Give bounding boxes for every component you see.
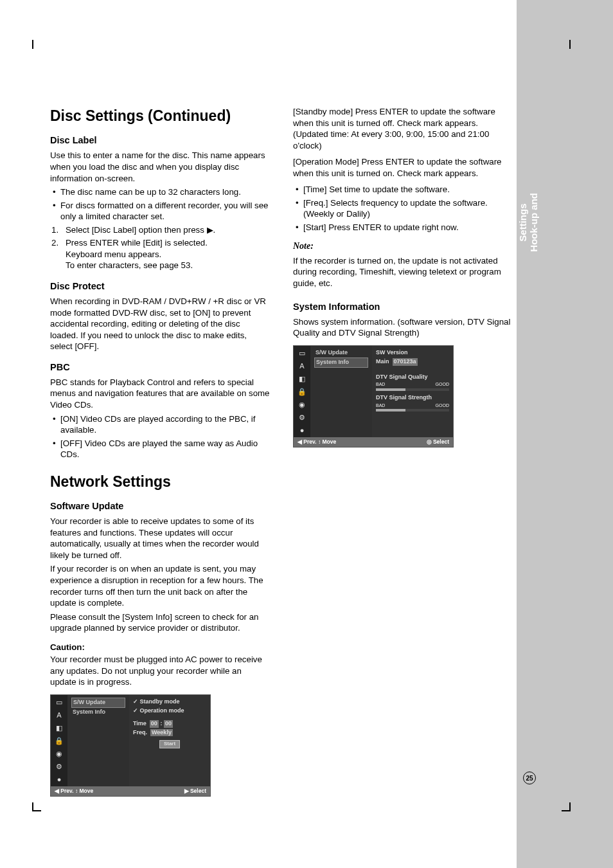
osd-value: Weekly: [150, 729, 173, 737]
pbc-intro: PBC stands for Playback Control and refe…: [50, 377, 270, 411]
list-item: Select [Disc Label] option then press ▶.: [50, 224, 270, 236]
osd-value: 00: [164, 720, 173, 728]
osd-option: ✓ Operation mode: [133, 707, 206, 716]
step-line: Keyboard menu appears.: [66, 249, 270, 260]
lock-icon: 🔒: [55, 736, 64, 745]
tv-icon: ▭: [298, 348, 306, 357]
disc-label-intro: Use this to enter a name for the disc. T…: [50, 150, 270, 184]
gear-icon: ⚙: [298, 413, 306, 422]
osd-footer-left: ◀ Prev. ↕ Move: [298, 439, 336, 446]
list-item: The disc name can be up to 32 characters…: [50, 186, 270, 198]
signal-strength-bar: [376, 409, 449, 411]
section-tab: Settings Hook-up and: [518, 193, 539, 252]
osd-menu-item: S/W Update: [71, 698, 125, 708]
osd-scale-min: BAD: [376, 381, 385, 387]
osd-menu-item: System Info: [314, 357, 368, 368]
osd-footer: ◀ Prev. ↕ Move ▶ Select: [51, 786, 210, 796]
left-column: Disc Settings (Continued) Disc Label Use…: [50, 106, 270, 803]
osd-right-panel: SW Version Main 070123a DTV Signal Quali…: [372, 346, 453, 437]
list-item: [Time] Set time to update the software.: [293, 184, 513, 195]
osd-row: Start: [133, 739, 206, 749]
list-item: Press ENTER while [Edit] is selected. Ke…: [50, 237, 270, 271]
list-item: [ON] Video CDs are played according to t…: [50, 413, 270, 436]
heading-software-update: Software Update: [50, 500, 270, 512]
heading-disc-protect: Disc Protect: [50, 280, 270, 293]
letter-a-icon: A: [55, 710, 64, 719]
disc-label-bullets: The disc name can be up to 32 characters…: [50, 186, 270, 222]
signal-quality-bar: [376, 388, 449, 391]
osd-start-button: Start: [159, 740, 180, 748]
gray-sidebar: [517, 0, 613, 868]
osd-right-panel: ✓ Standby mode ✓ Operation mode Time 00 …: [129, 695, 210, 786]
osd-menu-item: S/W Update: [314, 348, 368, 357]
disc-protect-body: When recording in DVD-RAM / DVD+RW / +R …: [50, 296, 270, 352]
section-tab-line2: Settings: [518, 193, 529, 252]
osd-row: Freq. Weekly: [133, 728, 206, 737]
crop-mark: [562, 802, 571, 811]
right-column: [Standby mode] Press ENTER to update the…: [293, 106, 513, 803]
caution-heading: Caution:: [50, 642, 270, 653]
osd-label: Time: [133, 720, 147, 727]
caution-body: Your recorder must be plugged into AC po…: [50, 654, 270, 688]
crop-mark: [32, 40, 41, 49]
osd-scale: BAD GOOD: [376, 381, 449, 387]
standby-mode-text: [Standby mode] Press ENTER to update the…: [293, 106, 513, 151]
step-line: To enter characters, see page 53.: [66, 260, 270, 271]
crop-mark: [562, 40, 571, 49]
osd-section-heading: DTV Signal Quality: [376, 373, 449, 382]
page-content: Disc Settings (Continued) Disc Label Use…: [50, 106, 513, 803]
osd-scale-max: GOOD: [436, 381, 449, 387]
osd-value: 00: [150, 720, 159, 728]
note-heading: Note:: [293, 240, 513, 252]
letter-a-icon: A: [298, 361, 306, 370]
heading-system-information: System Information: [293, 301, 513, 313]
note-body: If the recorder is turned on, the update…: [293, 255, 513, 289]
osd-label: Main: [376, 358, 389, 365]
heading-pbc: PBC: [50, 361, 270, 374]
sw-update-p1: Your recorder is able to receive updates…: [50, 516, 270, 561]
osd-option: ✓ Standby mode: [133, 698, 206, 707]
crop-mark: [32, 802, 41, 811]
operation-mode-text: [Operation Mode] Press ENTER to update t…: [293, 156, 513, 179]
osd-section-heading: DTV Signal Strength: [376, 393, 449, 402]
tv-icon: ▭: [55, 698, 64, 707]
osd-footer-right: ◎ Select: [427, 439, 449, 446]
page-number: 25: [523, 772, 536, 784]
osd-option-label: Standby mode: [140, 698, 180, 705]
osd-option-label: Operation mode: [140, 707, 184, 714]
disc-icon: ◉: [298, 400, 306, 409]
camera-icon: ◧: [55, 723, 64, 732]
manual-page: Settings Hook-up and 25 Disc Settings (C…: [0, 0, 613, 868]
osd-row: Time 00 : 00: [133, 719, 206, 728]
pbc-bullets: [ON] Video CDs are played according to t…: [50, 413, 270, 460]
osd-value: 070123a: [393, 358, 418, 366]
osd-menu-list: S/W Update System Info: [67, 695, 129, 786]
heading-disc-settings: Disc Settings (Continued): [50, 106, 270, 125]
list-item: [Start] Press ENTER to update right now.: [293, 222, 513, 233]
disc-icon: ◉: [55, 749, 64, 758]
sw-update-p2: If your recorder is on when an update is…: [50, 563, 270, 608]
osd-scale-min: BAD: [376, 402, 385, 408]
osd-label: Freq.: [133, 729, 147, 736]
osd-system-info: ▭ A ◧ 🔒 ◉ ⚙ ● S/W Update System Info: [293, 345, 454, 448]
osd-scale: BAD GOOD: [376, 402, 449, 408]
step-line: Press ENTER while [Edit] is selected.: [66, 237, 270, 249]
globe-icon: ●: [298, 426, 306, 435]
gear-icon: ⚙: [55, 762, 64, 771]
list-item: [OFF] Video CDs are played the same way …: [50, 438, 270, 460]
system-information-body: Shows system information. (software vers…: [293, 316, 513, 339]
osd-icon-strip: ▭ A ◧ 🔒 ◉ ⚙ ●: [294, 346, 310, 437]
osd-row: Main 070123a: [376, 357, 449, 366]
osd-section-heading: SW Version: [376, 348, 449, 357]
update-options-list: [Time] Set time to update the software. …: [293, 184, 513, 233]
osd-footer-right: ▶ Select: [184, 788, 206, 795]
globe-icon: ●: [55, 775, 64, 784]
section-tab-line1: Hook-up and: [529, 193, 540, 252]
osd-menu-list: S/W Update System Info: [310, 346, 372, 437]
lock-icon: 🔒: [298, 387, 306, 396]
osd-sw-update: ▭ A ◧ 🔒 ◉ ⚙ ● S/W Update System Info: [50, 694, 211, 797]
sw-update-p3: Please consult the [System Info] screen …: [50, 611, 270, 634]
heading-disc-label: Disc Label: [50, 134, 270, 147]
list-item: [Freq.] Selects frequency to update the …: [293, 197, 513, 220]
osd-scale-max: GOOD: [436, 402, 449, 408]
